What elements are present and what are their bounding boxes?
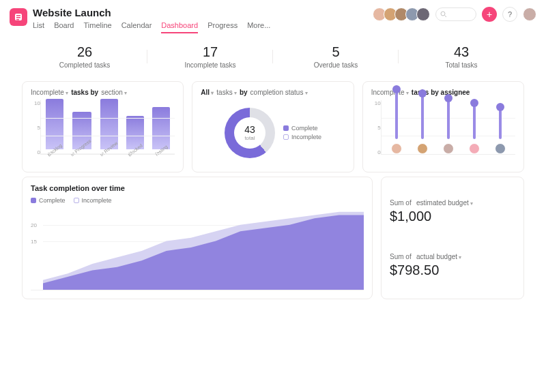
svg-line-5 xyxy=(445,16,447,18)
help-icon: ? xyxy=(508,10,512,18)
card-completion-over-time: Task completion over time Complete Incom… xyxy=(22,177,373,299)
tab-timeline[interactable]: Timeline xyxy=(83,21,111,33)
bar-col: In Review xyxy=(98,99,120,154)
swatch-icon xyxy=(283,134,289,140)
legend-complete: Complete xyxy=(283,125,321,132)
sum-of-label: Sum of xyxy=(390,199,412,207)
lollipop-ball xyxy=(496,103,504,111)
lollipop-col xyxy=(413,93,432,154)
swatch-icon xyxy=(283,125,289,131)
y-tick: 10 xyxy=(31,100,40,106)
tab-calendar[interactable]: Calendar xyxy=(121,21,152,33)
budget-field-dropdown[interactable]: estimated budget xyxy=(416,199,473,207)
charts-row-2: Task completion over time Complete Incom… xyxy=(22,177,524,299)
search-input[interactable] xyxy=(435,7,476,21)
current-user-avatar[interactable] xyxy=(523,7,536,21)
stat-label: Overdue tasks xyxy=(273,61,399,69)
tab-more[interactable]: More... xyxy=(247,21,270,33)
card-header: All tasks by completion status xyxy=(201,89,345,96)
budget-actual: Sum of actual budget $798.50 xyxy=(390,252,515,278)
member-avatars[interactable] xyxy=(375,7,430,21)
y-tick: 5 xyxy=(371,125,381,131)
assignee-avatar[interactable] xyxy=(443,143,454,154)
tab-board[interactable]: Board xyxy=(54,21,74,33)
legend-incomplete: Incomplete xyxy=(74,197,112,204)
card-tasks-by-assignee: Incomplete tasks by assignee 10 5 0 xyxy=(362,81,524,172)
stat-value: 5 xyxy=(273,44,399,60)
sum-of-label: Sum of xyxy=(390,253,412,260)
stat-incomplete[interactable]: 17 Incomplete tasks xyxy=(147,44,273,69)
search-icon xyxy=(440,11,447,18)
page-title: Website Launch xyxy=(33,7,270,18)
stat-value: 43 xyxy=(399,44,524,60)
filter-dropdown[interactable]: All xyxy=(201,89,214,96)
assignee-avatar[interactable] xyxy=(391,143,402,154)
area-series xyxy=(43,215,364,290)
area-chart: 1520 xyxy=(31,209,364,290)
legend-complete: Complete xyxy=(31,197,66,204)
stats-row: 26 Completed tasks 17 Incomplete tasks 5… xyxy=(22,39,524,77)
legend-label: Incomplete xyxy=(291,134,321,140)
budget-estimated: Sum of estimated budget $1,000 xyxy=(390,198,515,224)
bar-col: Blocked xyxy=(124,116,146,154)
lollipop-ball xyxy=(470,99,478,107)
assignee-avatar[interactable] xyxy=(469,143,480,154)
group-dropdown[interactable]: section xyxy=(101,89,127,96)
lollipop-stick xyxy=(447,98,450,139)
svg-point-4 xyxy=(441,12,445,16)
stat-label: Incomplete tasks xyxy=(147,61,273,69)
stat-completed[interactable]: 26 Completed tasks xyxy=(22,44,147,69)
tab-list[interactable]: List xyxy=(33,21,44,33)
tab-progress[interactable]: Progress xyxy=(207,21,238,33)
stat-label: Completed tasks xyxy=(22,61,147,69)
assignee-avatar[interactable] xyxy=(495,143,506,154)
y-axis: 10 5 0 xyxy=(371,100,381,165)
stat-value: 17 xyxy=(147,44,273,60)
donut-label: total xyxy=(244,135,255,141)
svg-rect-2 xyxy=(16,17,20,18)
add-button[interactable]: + xyxy=(482,7,497,22)
stat-overdue[interactable]: 5 Overdue tasks xyxy=(273,44,399,69)
help-button[interactable]: ? xyxy=(502,7,517,22)
assignee-avatar[interactable] xyxy=(417,143,428,154)
budget-value: $798.50 xyxy=(390,262,515,278)
card-budget: Sum of estimated budget $1,000 Sum of ac… xyxy=(381,177,524,299)
header-actions: + ? xyxy=(375,7,536,22)
bar-chart: 10 5 0 BacklogIn ProgressIn ReviewBlocke… xyxy=(31,100,175,165)
donut-chart: 43 total Complete Incomplete xyxy=(201,100,345,165)
lollipops xyxy=(381,100,515,155)
donut-legend: Complete Incomplete xyxy=(283,123,321,142)
lollipop-stick xyxy=(499,107,502,139)
tasks-dropdown[interactable]: tasks xyxy=(216,89,237,96)
card-title: Task completion over time xyxy=(31,184,364,192)
bars: BacklogIn ProgressIn ReviewBlockedTestin… xyxy=(40,100,175,155)
legend-label: Complete xyxy=(291,125,318,132)
card-header: Incomplete tasks by section xyxy=(31,89,175,96)
avatar xyxy=(416,7,430,21)
lollipop-ball xyxy=(392,85,401,93)
donut-center: 43 total xyxy=(244,124,255,141)
lollipop-col xyxy=(491,107,510,154)
by-label: by xyxy=(240,89,248,96)
tab-dashboard[interactable]: Dashboard xyxy=(161,21,198,33)
group-dropdown[interactable]: completion status xyxy=(250,89,308,96)
charts-row-1: Incomplete tasks by section 10 5 0 Backl… xyxy=(22,81,524,172)
card-header-label: tasks by xyxy=(71,89,98,96)
lollipop-col xyxy=(439,98,458,154)
stat-total[interactable]: 43 Total tasks xyxy=(399,44,524,69)
y-tick: 0 xyxy=(371,149,381,155)
lollipop-col xyxy=(465,103,484,154)
bar-col: Testing xyxy=(150,107,172,154)
bar-col: Backlog xyxy=(44,99,66,154)
budget-value: $1,000 xyxy=(390,209,515,224)
lollipop-chart: 10 5 0 xyxy=(371,100,515,165)
donut: 43 total xyxy=(225,108,275,158)
budget-field-dropdown[interactable]: actual budget xyxy=(416,253,461,260)
lollipop-stick xyxy=(473,103,476,139)
card-tasks-by-completion: All tasks by completion status 43 total … xyxy=(192,81,354,172)
legend-label: Complete xyxy=(39,197,66,204)
filter-dropdown[interactable]: Incomplete xyxy=(31,89,68,96)
y-tick: 10 xyxy=(371,100,381,106)
project-icon xyxy=(10,8,27,26)
app-header: Website Launch List Board Timeline Calen… xyxy=(0,0,546,33)
